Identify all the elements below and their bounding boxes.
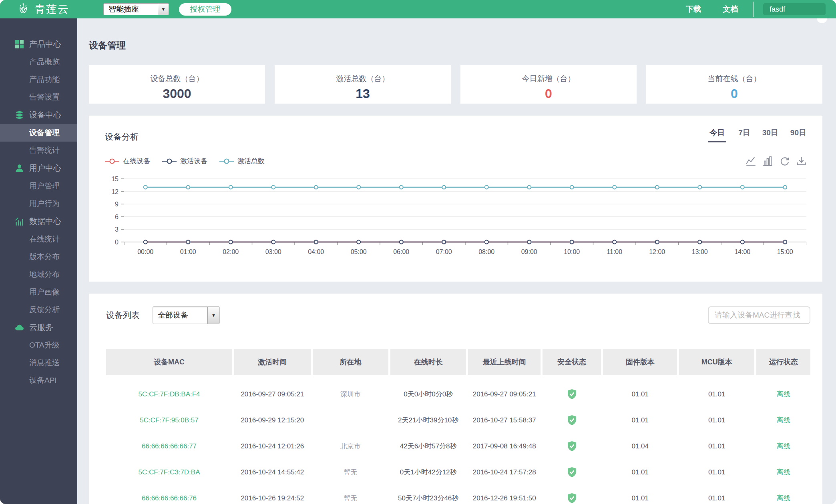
sidebar-section-1[interactable]: 设备中心 <box>0 106 77 124</box>
sidebar-item[interactable]: 反馈分析 <box>0 301 77 318</box>
svg-text:06:00: 06:00 <box>393 248 409 255</box>
sidebar-item[interactable]: 在线统计 <box>0 230 77 248</box>
auth-manage-button[interactable]: 授权管理 <box>179 3 231 16</box>
nav-docs-link[interactable]: 文档 <box>712 4 749 14</box>
sidebar-item[interactable]: 用户画像 <box>0 283 77 301</box>
sidebar-section-3[interactable]: 数据中心 <box>0 212 77 230</box>
main-content: 设备管理 设备总数（台）3000激活总数（台）13今日新增（台）0当前在线（台）… <box>77 18 836 504</box>
shield-check-icon <box>567 467 577 478</box>
run-status-cell: 离线 <box>756 390 810 399</box>
range-tab[interactable]: 30日 <box>762 128 778 142</box>
range-tab[interactable]: 90日 <box>790 128 806 142</box>
stat-card-value: 0 <box>545 86 552 101</box>
stat-card-value: 3000 <box>163 86 191 101</box>
line-chart-icon[interactable] <box>746 156 756 166</box>
sidebar-section-4[interactable]: 云服务 <box>0 318 77 336</box>
sidebar-item[interactable]: OTA升级 <box>0 336 77 354</box>
shield-check-icon <box>567 389 577 400</box>
run-status-cell: 离线 <box>756 442 810 451</box>
device-mac-link[interactable]: 5C:CF:7F:DB:BA:F4 <box>106 390 232 398</box>
svg-text:10:00: 10:00 <box>564 248 580 255</box>
column-header: 激活时间 <box>234 349 310 375</box>
mac-search-input[interactable] <box>709 311 813 320</box>
stat-card-value: 13 <box>356 86 370 101</box>
sidebar-item[interactable]: 设备管理 <box>0 124 77 142</box>
chart-toolbox <box>746 156 806 166</box>
svg-text:9: 9 <box>115 201 119 208</box>
cloud-icon <box>15 323 24 332</box>
sidebar-section-0[interactable]: 产品中心 <box>0 35 77 53</box>
sidebar-item[interactable]: 产品功能 <box>0 71 77 88</box>
sidebar-item[interactable]: 消息推送 <box>0 354 77 372</box>
sidebar-item[interactable]: 设备API <box>0 372 77 389</box>
legend-item[interactable]: 在线设备 <box>105 156 150 166</box>
column-header: 在线时长 <box>390 349 466 375</box>
device-mac-link[interactable]: 66:66:66:66:66:76 <box>106 494 232 502</box>
device-mac-link[interactable]: 5C:CF:7F:C3:7D:BA <box>106 468 232 476</box>
sidebar-item[interactable]: 版本分布 <box>0 248 77 266</box>
range-tab[interactable]: 今日 <box>708 128 726 142</box>
bar-chart-icon[interactable] <box>763 156 773 166</box>
stat-cards: 设备总数（台）3000激活总数（台）13今日新增（台）0当前在线（台）0 <box>89 65 822 104</box>
mcu-cell: 01.01 <box>679 468 754 476</box>
analysis-title: 设备分析 <box>105 131 139 142</box>
sidebar-item[interactable]: 用户管理 <box>0 177 77 195</box>
security-status-cell <box>543 467 601 478</box>
sidebar-section-2[interactable]: 用户中心 <box>0 159 77 177</box>
table-row: 5C:CF:7F:DB:BA:F42016-09-27 09:05:21深圳市0… <box>106 381 810 407</box>
sidebar-item[interactable]: 用户行为 <box>0 195 77 212</box>
column-header: 最近上线时间 <box>468 349 540 375</box>
device-mac-link[interactable]: 5C:CF:7F:95:0B:57 <box>106 416 232 424</box>
run-status-cell: 离线 <box>756 494 810 503</box>
last-online-cell: 2016-12-26 19:51:50 <box>468 494 540 502</box>
nav-divider <box>753 2 754 17</box>
download-icon[interactable] <box>796 156 806 166</box>
device-analysis-chart: 0369121500:0001:0002:0003:0004:0005:0006… <box>105 171 806 265</box>
svg-text:15:00: 15:00 <box>777 248 793 255</box>
top-header: 青莲云 智能插座 ▼ 授权管理 下载 文档 fasdf <box>0 0 836 18</box>
last-online-cell: 2016-09-27 09:05:21 <box>468 390 540 398</box>
product-select-value: 智能插座 <box>104 4 158 14</box>
logo-text: 青莲云 <box>34 2 69 16</box>
column-header: 运行状态 <box>756 349 810 375</box>
sidebar: 产品中心产品概览产品功能告警设置设备中心设备管理告警统计用户中心用户管理用户行为… <box>0 18 77 504</box>
location-cell: 深圳市 <box>313 390 388 399</box>
stat-card: 设备总数（台）3000 <box>89 65 265 104</box>
product-select[interactable]: 智能插座 ▼ <box>103 3 169 15</box>
online-duration-cell: 0天1小时42分12秒 <box>390 468 466 477</box>
sidebar-section-label: 用户中心 <box>29 163 61 174</box>
stat-card: 激活总数（台）13 <box>275 65 451 104</box>
nav-download-link[interactable]: 下载 <box>675 4 712 14</box>
sidebar-item[interactable]: 告警设置 <box>0 88 77 106</box>
table-row: 5C:CF:7F:C3:7D:BA2016-10-24 14:55:42暂无0天… <box>106 459 810 485</box>
mcu-cell: 01.01 <box>679 416 754 424</box>
legend-item[interactable]: 激活总数 <box>219 156 265 166</box>
svg-text:05:00: 05:00 <box>351 248 367 255</box>
device-mac-link[interactable]: 66:66:66:66:66:77 <box>106 442 232 450</box>
run-status-cell: 离线 <box>756 416 810 425</box>
svg-text:3: 3 <box>115 226 119 233</box>
sidebar-item[interactable]: 产品概览 <box>0 53 77 71</box>
sidebar-item[interactable]: 地域分布 <box>0 266 77 283</box>
firmware-cell: 01.01 <box>603 416 677 424</box>
stat-card: 当前在线（台）0 <box>646 65 822 104</box>
firmware-cell: 01.01 <box>603 468 677 476</box>
activated-cell: 2016-09-29 12:15:20 <box>234 416 310 424</box>
sidebar-item[interactable]: 告警统计 <box>0 142 77 159</box>
legend-item[interactable]: 激活设备 <box>162 156 207 166</box>
legend-marker-icon <box>219 158 234 164</box>
chart-legend: 在线设备激活设备激活总数 <box>105 156 265 166</box>
mcu-cell: 01.01 <box>679 494 754 502</box>
svg-text:12:00: 12:00 <box>649 248 665 255</box>
refresh-icon[interactable] <box>780 156 790 166</box>
range-tab[interactable]: 7日 <box>738 128 750 142</box>
select-arrow-icon: ▼ <box>207 307 219 324</box>
device-filter-select[interactable]: 全部设备 ▼ <box>153 306 220 324</box>
user-menu[interactable]: fasdf <box>763 3 826 15</box>
svg-text:01:00: 01:00 <box>180 248 196 255</box>
svg-text:07:00: 07:00 <box>436 248 452 255</box>
device-list-title: 设备列表 <box>106 310 140 324</box>
column-header: 所在地 <box>313 349 388 375</box>
app-logo: 青莲云 <box>0 2 69 16</box>
online-duration-cell: 50天7小时23分46秒 <box>390 494 466 503</box>
